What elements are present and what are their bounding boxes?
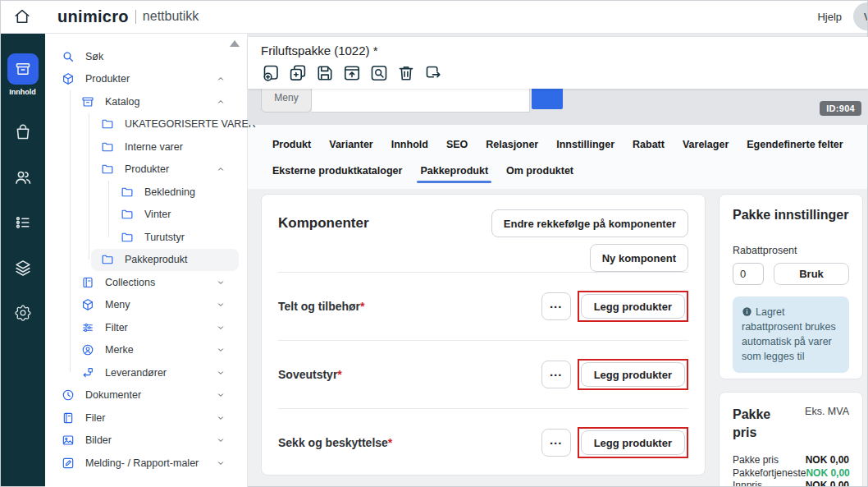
tab-varelager[interactable]: Varelager [679, 137, 732, 157]
rail-sidebar: Innhold [0, 34, 45, 487]
rail-item-settings[interactable] [14, 304, 32, 322]
nav-item-interne-varer[interactable]: Interne varer [45, 136, 247, 159]
tab-eksterne-produktkataloger[interactable]: Eksterne produktkataloger [269, 163, 405, 183]
nav-item-ukategoriserte-varer[interactable]: UKATEGORISERTE VARER [45, 113, 247, 136]
help-link[interactable]: Hjelp [817, 11, 842, 23]
tab-innstillinger[interactable]: Innstillinger [553, 137, 618, 157]
avatar[interactable]: V [853, 2, 868, 30]
tab-relasjoner[interactable]: Relasjoner [482, 137, 541, 157]
nav-item-s-k[interactable]: Søk [45, 45, 247, 68]
chevron-down-icon[interactable] [216, 390, 226, 400]
rail-item-layers[interactable] [14, 259, 32, 277]
price-row-label: Innpris [733, 480, 762, 487]
nav-item-bilder[interactable]: Bilder [45, 430, 247, 453]
home-icon[interactable] [13, 7, 31, 25]
document-header: Friluftspakke (1022) * [248, 37, 868, 89]
rail-item-shop[interactable] [14, 123, 32, 141]
component-more-button[interactable]: ... [541, 361, 571, 388]
meny-dropdown[interactable]: Meny [261, 89, 312, 113]
nav-item-merke[interactable]: Merke [45, 339, 247, 362]
chevron-down-icon[interactable] [216, 458, 226, 468]
edit-icon [62, 457, 75, 470]
folder-icon [121, 231, 134, 244]
rail-item-customers[interactable] [14, 168, 32, 186]
chevron-down-icon[interactable] [216, 300, 226, 310]
nav-item-label: Bilder [85, 434, 112, 446]
filter-search-input[interactable] [312, 89, 530, 113]
toolbar-save-button[interactable] [315, 63, 335, 83]
toolbar-preview-button[interactable] [369, 63, 389, 83]
tab-innhold[interactable]: Innhold [388, 137, 432, 157]
add-products-button[interactable]: Legg produkter [581, 362, 685, 387]
component-row-sekk-og-beskyttelse: Sekk og beskyttelse*...Legg produkter [278, 408, 688, 476]
toolbar-duplicate-button[interactable] [288, 63, 308, 83]
nav-item-pakkeprodukt[interactable]: Pakkeprodukt [91, 249, 239, 272]
nav-item-produkter[interactable]: Produkter [45, 159, 247, 181]
chevron-down-icon[interactable] [216, 323, 226, 333]
filter-go-button[interactable] [532, 89, 563, 109]
add-products-button[interactable]: Legg produkter [581, 430, 685, 455]
suppliers-icon [81, 366, 94, 379]
toolbar-delete-button[interactable] [396, 63, 416, 83]
tab-produkt[interactable]: Produkt [269, 137, 314, 157]
apply-discount-button[interactable]: Bruk [774, 263, 849, 285]
rail-item-lists[interactable] [14, 214, 32, 232]
add-products-button[interactable]: Legg produkter [581, 294, 685, 319]
nav-item-leverand-rer[interactable]: Leverandører [45, 361, 247, 384]
tab-varianter[interactable]: Varianter [326, 137, 377, 157]
copy-plus-icon [288, 63, 308, 83]
tab-seo[interactable]: SEO [443, 137, 471, 157]
toolbar-publish-button[interactable] [342, 63, 362, 83]
badge-icon [81, 343, 94, 356]
component-actions: ...Legg produkter [541, 427, 688, 458]
nav-item-dokumenter[interactable]: Dokumenter [45, 384, 247, 407]
price-row-value: NOK 0,00 [806, 480, 849, 487]
nav-item-label: Meny [105, 299, 130, 310]
tab-om-produktet[interactable]: Om produktet [503, 163, 577, 183]
nav-item-bekledning[interactable]: Bekledning [45, 181, 247, 204]
chevron-down-icon[interactable] [216, 368, 226, 378]
nav-item-filter[interactable]: Filter [45, 316, 247, 339]
price-row-innpris: InnprisNOK 0,00 [733, 480, 849, 487]
tab-rabatt[interactable]: Rabatt [629, 137, 668, 157]
chevron-down-icon[interactable] [216, 278, 226, 287]
collections-icon [81, 276, 94, 289]
nav-item-melding-rapport-maler[interactable]: Melding- / Rapport-maler [45, 452, 247, 475]
component-row-telt-og-tilbeh-r: Telt og tilbehør*...Legg produkter [278, 272, 688, 340]
app: unimicro nettbutikk Hjelp V Innhold SøkP… [0, 0, 868, 487]
brand-suffix: nettbutikk [143, 9, 199, 24]
reorder-components-button[interactable]: Endre rekkefølge på komponenter [491, 209, 688, 237]
nav-tree: SøkProdukterKatalogUKATEGORISERTE VARERI… [45, 34, 248, 487]
chevron-up-icon[interactable] [216, 164, 226, 174]
chevron-up-icon[interactable] [216, 74, 226, 84]
nav-item-katalog[interactable]: Katalog [45, 90, 247, 113]
discount-percent-label: Rabattprosent [733, 245, 849, 256]
tab-egendefinerte-felter[interactable]: Egendefinerte felter [743, 137, 846, 157]
nav-item-meny[interactable]: Meny [45, 294, 247, 317]
component-more-button[interactable]: ... [541, 292, 571, 320]
folder-icon [101, 140, 114, 154]
chevron-up-icon[interactable] [216, 97, 226, 107]
chevron-down-icon[interactable] [216, 435, 226, 445]
discount-percent-input[interactable] [733, 263, 764, 285]
price-row-label: Pakke pris [733, 454, 779, 467]
nav-item-collections[interactable]: Collections [45, 271, 247, 294]
rail-item-innhold[interactable]: Innhold [7, 53, 39, 96]
chevron-down-icon[interactable] [216, 413, 226, 423]
doc-plus-icon [261, 63, 281, 83]
toolbar-export-button[interactable] [423, 63, 443, 83]
new-component-button[interactable]: Ny komponent [590, 244, 688, 272]
nav-item-produkter[interactable]: Produkter [45, 68, 247, 91]
nav-item-label: Merke [105, 344, 134, 356]
nav-item-filer[interactable]: Filer [45, 407, 247, 430]
package-settings-card: Pakke innstillinger Rabattprosent Bruk L… [719, 194, 863, 379]
nav-item-label: Interne varer [125, 141, 183, 153]
component-actions: ...Legg produkter [541, 291, 688, 322]
tab-pakkeprodukt[interactable]: Pakkeprodukt [417, 163, 491, 183]
component-more-button[interactable]: ... [541, 429, 571, 457]
nav-item-vinter[interactable]: Vinter [45, 204, 247, 227]
chevron-down-icon[interactable] [216, 345, 226, 355]
toolbar-new-button[interactable] [261, 63, 281, 83]
nav-item-turutstyr[interactable]: Turutstyr [45, 226, 247, 249]
price-row-pakkefortjeneste: PakkefortjenesteNOK 0,00 [733, 467, 849, 480]
